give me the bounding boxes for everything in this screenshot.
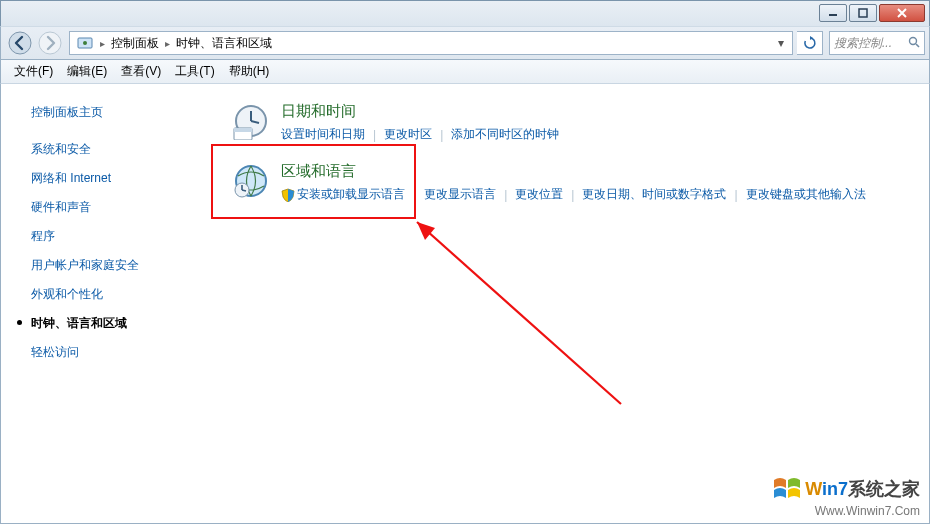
category-title[interactable]: 日期和时间 — [281, 102, 559, 121]
menu-view[interactable]: 查看(V) — [114, 60, 168, 83]
link-divider: | — [365, 128, 384, 142]
chevron-right-icon[interactable]: ▸ — [163, 38, 172, 49]
clock-icon — [231, 102, 271, 142]
control-panel-icon — [76, 34, 94, 52]
svg-marker-18 — [417, 222, 435, 240]
task-link[interactable]: 添加不同时区的时钟 — [451, 125, 559, 144]
svg-line-16 — [242, 190, 246, 191]
uac-shield-icon — [281, 188, 295, 202]
svg-point-2 — [9, 32, 31, 54]
category-title[interactable]: 区域和语言 — [281, 162, 866, 181]
task-link[interactable]: 更改日期、时间或数字格式 — [582, 185, 726, 204]
sidebar-item[interactable]: 外观和个性化 — [1, 280, 211, 309]
maximize-button[interactable] — [849, 4, 877, 22]
menu-edit[interactable]: 编辑(E) — [60, 60, 114, 83]
main-panel: 日期和时间设置时间和日期|更改时区|添加不同时区的时钟区域和语言安装或卸载显示语… — [211, 84, 929, 523]
chevron-right-icon[interactable]: ▸ — [98, 38, 107, 49]
sidebar-item[interactable]: 程序 — [1, 222, 211, 251]
content-area: 控制面板主页 系统和安全网络和 Internet硬件和声音程序用户帐户和家庭安全… — [0, 84, 930, 524]
address-bar[interactable]: ▸ 控制面板 ▸ 时钟、语言和区域 ▾ — [69, 31, 793, 55]
sidebar-item[interactable]: 硬件和声音 — [1, 193, 211, 222]
link-divider: | — [563, 188, 582, 202]
task-link[interactable]: 更改时区 — [384, 125, 432, 144]
sidebar-item[interactable]: 系统和安全 — [1, 135, 211, 164]
navigation-bar: ▸ 控制面板 ▸ 时钟、语言和区域 ▾ 搜索控制... — [0, 26, 930, 60]
breadcrumb-current[interactable]: 时钟、语言和区域 — [172, 32, 276, 54]
refresh-button[interactable] — [797, 31, 823, 55]
search-placeholder: 搜索控制... — [834, 35, 892, 52]
task-link[interactable]: 更改显示语言 — [424, 185, 496, 204]
task-link[interactable]: 安装或卸载显示语言 — [281, 185, 405, 204]
sidebar-home[interactable]: 控制面板主页 — [1, 98, 211, 127]
category-links: 安装或卸载显示语言|更改显示语言|更改位置|更改日期、时间或数字格式|更改键盘或… — [281, 185, 866, 204]
svg-line-17 — [417, 222, 621, 404]
category-links: 设置时间和日期|更改时区|添加不同时区的时钟 — [281, 125, 559, 144]
task-link[interactable]: 设置时间和日期 — [281, 125, 365, 144]
task-link[interactable]: 更改位置 — [515, 185, 563, 204]
svg-point-3 — [39, 32, 61, 54]
svg-line-7 — [916, 44, 919, 47]
search-box[interactable]: 搜索控制... — [829, 31, 925, 55]
link-divider: | — [726, 188, 745, 202]
menu-file[interactable]: 文件(F) — [7, 60, 60, 83]
menu-tools[interactable]: 工具(T) — [168, 60, 221, 83]
back-button[interactable] — [5, 30, 35, 56]
breadcrumb-root[interactable]: 控制面板 — [107, 32, 163, 54]
menu-help[interactable]: 帮助(H) — [222, 60, 277, 83]
svg-point-6 — [910, 37, 917, 44]
close-button[interactable] — [879, 4, 925, 22]
menu-bar: 文件(F) 编辑(E) 查看(V) 工具(T) 帮助(H) — [0, 60, 930, 84]
link-divider: | — [432, 128, 451, 142]
sidebar-item[interactable]: 网络和 Internet — [1, 164, 211, 193]
task-link[interactable]: 更改键盘或其他输入法 — [746, 185, 866, 204]
sidebar-item[interactable]: 轻松访问 — [1, 338, 211, 367]
sidebar-item[interactable]: 用户帐户和家庭安全 — [1, 251, 211, 280]
category-block: 日期和时间设置时间和日期|更改时区|添加不同时区的时钟 — [231, 102, 909, 144]
globe-icon — [231, 162, 271, 202]
link-divider: | — [496, 188, 515, 202]
search-icon — [908, 36, 920, 51]
svg-point-5 — [83, 41, 87, 45]
sidebar: 控制面板主页 系统和安全网络和 Internet硬件和声音程序用户帐户和家庭安全… — [1, 84, 211, 523]
minimize-button[interactable] — [819, 4, 847, 22]
sidebar-item[interactable]: 时钟、语言和区域 — [1, 309, 211, 338]
svg-rect-1 — [859, 9, 867, 17]
window-titlebar — [0, 0, 930, 26]
svg-rect-12 — [234, 128, 252, 132]
address-dropdown-icon[interactable]: ▾ — [772, 36, 790, 50]
link-divider: | — [405, 188, 424, 202]
category-block: 区域和语言安装或卸载显示语言|更改显示语言|更改位置|更改日期、时间或数字格式|… — [231, 162, 909, 204]
forward-button[interactable] — [35, 30, 65, 56]
